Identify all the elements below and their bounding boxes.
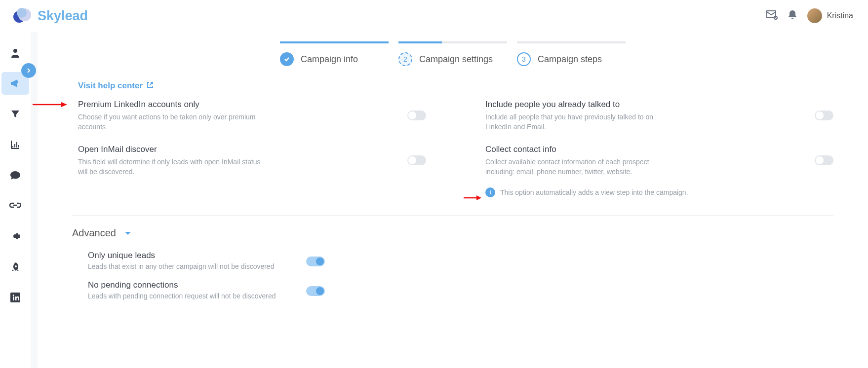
username: Kristina [827,11,853,20]
info-icon: i [485,187,495,197]
main-content: Campaign info 2 Campaign settings 3 Camp… [31,32,868,368]
toggle-collect-contact[interactable] [815,155,833,165]
step-campaign-steps[interactable]: 3 Campaign steps [517,41,626,66]
toggle-no-pending[interactable] [306,286,325,296]
help-center-link[interactable]: Visit help center [78,81,154,91]
sidebar-item-filter[interactable] [1,103,29,125]
setting-title: Only unique leads [88,251,325,260]
sidebar-item-settings[interactable] [1,225,29,248]
sidebar-item-launch[interactable] [1,256,29,278]
step-campaign-settings[interactable]: 2 Campaign settings [398,41,507,66]
sidebar-item-analytics[interactable] [1,133,29,156]
annotation-arrow [33,101,67,107]
toggle-include-talked[interactable] [815,110,833,120]
setting-collect-contact: Collect contact info Collect available c… [485,145,833,197]
setting-no-pending: No pending connections Leads with pendin… [88,280,325,300]
advanced-list: Only unique leads Leads that exist in an… [72,251,833,300]
setting-desc: Choose if you want actions to be taken o… [78,112,266,132]
avatar [807,8,822,23]
setting-desc: Leads that exist in any other campaign w… [88,262,325,270]
bell-icon[interactable] [788,9,797,22]
setting-desc: This field will determine if only leads … [78,157,266,177]
chevron-right-icon [21,63,36,78]
mail-icon[interactable] [766,10,778,22]
logo-icon [13,6,33,26]
sidebar-item-contacts[interactable] [1,41,29,64]
svg-point-2 [17,8,27,18]
setting-open-inmail: Open InMail discover This field will det… [78,145,426,197]
setting-desc: Collect available contact information of… [485,157,673,177]
toggle-unique-leads[interactable] [306,257,325,266]
setting-desc: Leads with pending connection request wi… [88,292,325,300]
logo[interactable]: Skylead [13,6,88,26]
step-campaign-info[interactable]: Campaign info [280,41,389,66]
chevron-down-icon [125,232,131,235]
header-actions: Kristina [766,8,853,23]
setting-desc: Include all people that you have previou… [485,112,673,132]
svg-point-4 [13,49,17,53]
setting-title: Premium LinkedIn accounts only [78,100,396,110]
wizard-stepper: Campaign info 2 Campaign settings 3 Camp… [72,41,833,66]
svg-marker-9 [476,195,481,200]
setting-title: Include people you already talked to [485,100,804,110]
brand-name: Skylead [38,8,88,24]
sidebar-item-integrations[interactable] [1,194,29,217]
svg-marker-7 [61,102,67,107]
toggle-premium[interactable] [407,110,426,120]
setting-unique-leads: Only unique leads Leads that exist in an… [88,251,325,270]
setting-include-talked: Include people you already talked to Inc… [485,100,833,132]
sidebar-item-chat[interactable] [1,164,29,186]
user-menu[interactable]: Kristina [807,8,853,23]
sidebar [0,32,31,368]
sidebar-item-campaigns[interactable] [1,72,29,95]
divider [72,215,833,216]
setting-note: i This option automatically adds a view … [485,187,804,197]
toggle-open-inmail[interactable] [407,155,426,165]
setting-title: No pending connections [88,280,325,290]
advanced-toggle[interactable]: Advanced [72,227,833,239]
annotation-arrow [464,194,481,200]
setting-premium-only: Premium LinkedIn accounts only Choose if… [78,100,426,132]
setting-title: Collect contact info [485,145,804,154]
sidebar-item-linkedin[interactable] [1,286,29,309]
setting-title: Open InMail discover [78,145,396,154]
header: Skylead Kristina [0,0,868,32]
external-link-icon [147,81,154,91]
check-icon [280,52,294,66]
settings-grid: Premium LinkedIn accounts only Choose if… [72,100,833,215]
